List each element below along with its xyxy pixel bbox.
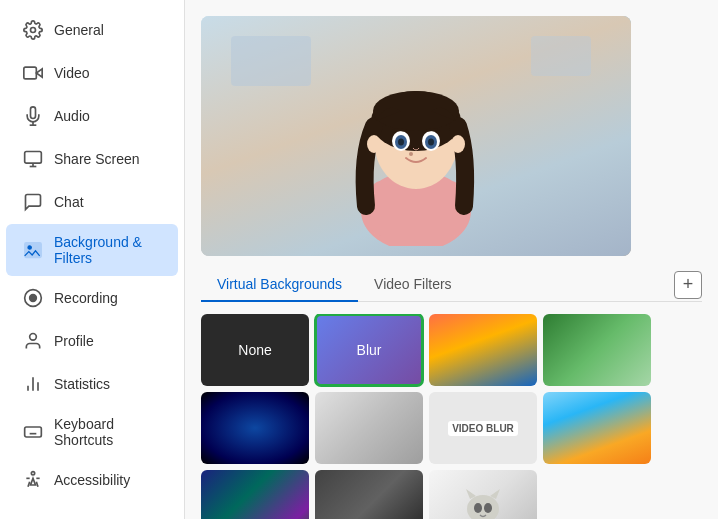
sidebar-label-statistics: Statistics [54, 376, 110, 392]
svg-rect-5 [25, 152, 42, 164]
svg-point-11 [30, 295, 37, 302]
sidebar-label-keyboard-shortcuts: Keyboard Shortcuts [54, 416, 162, 448]
sidebar-item-keyboard-shortcuts[interactable]: Keyboard Shortcuts [6, 406, 178, 458]
sidebar-label-background-filters: Background & Filters [54, 234, 162, 266]
svg-point-34 [428, 139, 434, 146]
tab-virtual-backgrounds[interactable]: Virtual Backgrounds [201, 268, 358, 302]
svg-rect-24 [371, 181, 461, 236]
none-label: None [238, 342, 271, 358]
background-icon [22, 239, 44, 261]
background-grid: None Blur VIDEO BLUR [201, 314, 702, 519]
main-content: Virtual Backgrounds Video Filters + None… [185, 0, 718, 519]
svg-point-22 [31, 472, 34, 475]
person-icon [22, 330, 44, 352]
background-cat[interactable] [429, 470, 537, 519]
sidebar-item-statistics[interactable]: Statistics [6, 363, 178, 405]
svg-point-42 [484, 503, 492, 513]
background-green-leaf[interactable] [543, 314, 651, 386]
keyboard-icon [22, 421, 44, 443]
camera-preview [201, 16, 631, 256]
video-label: VIDEO BLUR [448, 421, 518, 436]
sidebar-label-chat: Chat [54, 194, 84, 210]
monitor-icon [22, 148, 44, 170]
svg-point-38 [467, 495, 499, 519]
background-row-3 [201, 470, 698, 519]
background-blur[interactable]: Blur [315, 314, 423, 386]
sidebar-item-profile[interactable]: Profile [6, 320, 178, 362]
stats-icon [22, 373, 44, 395]
background-beach[interactable] [543, 392, 651, 464]
tabs-row: Virtual Backgrounds Video Filters + [201, 268, 702, 302]
svg-point-12 [30, 334, 37, 341]
sidebar-label-share-screen: Share Screen [54, 151, 140, 167]
add-background-button[interactable]: + [674, 271, 702, 299]
background-none[interactable]: None [201, 314, 309, 386]
svg-rect-16 [25, 427, 42, 437]
svg-point-41 [474, 503, 482, 513]
svg-marker-1 [36, 69, 42, 77]
sidebar-item-audio[interactable]: Audio [6, 95, 178, 137]
sidebar-item-accessibility[interactable]: Accessibility [6, 459, 178, 501]
sidebar-label-audio: Audio [54, 108, 90, 124]
sidebar-item-video[interactable]: Video [6, 52, 178, 94]
character-avatar [306, 26, 526, 246]
cat-icon [458, 481, 508, 519]
gear-icon [22, 19, 44, 41]
background-aurora[interactable] [201, 470, 309, 519]
svg-point-37 [451, 135, 465, 153]
preview-inner [201, 16, 631, 256]
svg-point-9 [28, 246, 31, 249]
background-row-2: VIDEO BLUR [201, 392, 698, 464]
chat-icon [22, 191, 44, 213]
sidebar-item-share-screen[interactable]: Share Screen [6, 138, 178, 180]
tab-video-filters[interactable]: Video Filters [358, 268, 468, 302]
background-space[interactable] [201, 392, 309, 464]
svg-point-35 [409, 152, 413, 156]
sidebar-label-recording: Recording [54, 290, 118, 306]
sidebar-label-general: General [54, 22, 104, 38]
background-row-1: None Blur [201, 314, 698, 386]
sidebar-label-video: Video [54, 65, 90, 81]
svg-point-36 [367, 135, 381, 153]
svg-rect-2 [24, 67, 36, 79]
sidebar-label-accessibility: Accessibility [54, 472, 130, 488]
sidebar-item-background-filters[interactable]: Background & Filters [6, 224, 178, 276]
svg-point-0 [31, 28, 36, 33]
accessibility-icon [22, 469, 44, 491]
svg-point-33 [398, 139, 404, 146]
sidebar-item-recording[interactable]: Recording [6, 277, 178, 319]
background-car[interactable] [315, 470, 423, 519]
background-video[interactable]: VIDEO BLUR [429, 392, 537, 464]
blur-label: Blur [357, 342, 382, 358]
sidebar-item-general[interactable]: General [6, 9, 178, 51]
sidebar: General Video Audio Share Screen Chat Ba… [0, 0, 185, 519]
background-golden-gate[interactable] [429, 314, 537, 386]
background-office[interactable] [315, 392, 423, 464]
record-icon [22, 287, 44, 309]
mic-icon [22, 105, 44, 127]
video-icon [22, 62, 44, 84]
sidebar-label-profile: Profile [54, 333, 94, 349]
sidebar-item-chat[interactable]: Chat [6, 181, 178, 223]
